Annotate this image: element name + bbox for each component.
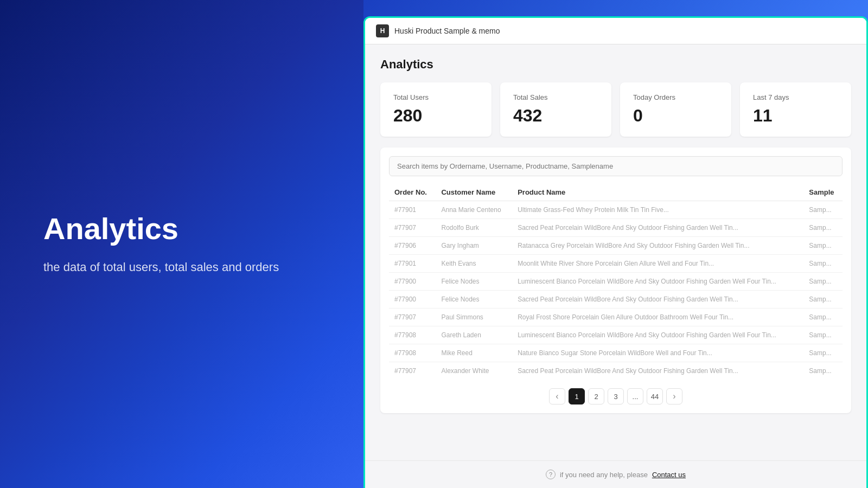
cell-customer-2: Gary Ingham bbox=[436, 237, 512, 255]
cell-product-8: Nature Bianco Sugar Stone Porcelain Wild… bbox=[512, 344, 803, 362]
cell-product-6: Royal Frost Shore Porcelain Glen Allure … bbox=[512, 309, 803, 326]
pagination: ‹ 1 2 3 ... 44 › bbox=[389, 388, 843, 404]
pagination-ellipsis: ... bbox=[627, 388, 643, 404]
cell-product-0: Ultimate Grass-Fed Whey Protein Milk Tin… bbox=[512, 201, 803, 219]
cell-product-4: Luminescent Bianco Porcelain WildBore An… bbox=[512, 273, 803, 291]
stat-value-0: 280 bbox=[393, 106, 478, 126]
stat-value-1: 432 bbox=[513, 106, 598, 126]
cell-sample-2: Samp... bbox=[803, 237, 843, 255]
table-section: Order No. Customer Name Product Name Sam… bbox=[380, 147, 851, 413]
table-row: #77908 Mike Reed Nature Bianco Sugar Sto… bbox=[389, 344, 843, 362]
col-header-customer: Customer Name bbox=[436, 184, 512, 201]
cell-customer-9: Alexander White bbox=[436, 362, 512, 380]
app-footer: ? if you need any help, please Contact u… bbox=[365, 460, 866, 488]
cell-order-4: #77900 bbox=[389, 273, 436, 291]
stat-card-today-orders: Today Orders 0 bbox=[620, 82, 731, 137]
cell-order-6: #77907 bbox=[389, 309, 436, 326]
cell-customer-8: Mike Reed bbox=[436, 344, 512, 362]
pagination-page-3[interactable]: 3 bbox=[608, 388, 624, 404]
cell-sample-9: Samp... bbox=[803, 362, 843, 380]
help-icon: ? bbox=[546, 470, 556, 479]
cell-product-7: Luminescent Bianco Porcelain WildBore An… bbox=[512, 326, 803, 344]
cell-product-1: Sacred Peat Porcelain WildBore And Sky O… bbox=[512, 219, 803, 237]
pagination-prev[interactable]: ‹ bbox=[549, 388, 565, 404]
stat-label-0: Total Users bbox=[393, 93, 478, 101]
cell-order-3: #77901 bbox=[389, 255, 436, 273]
cell-sample-4: Samp... bbox=[803, 273, 843, 291]
cell-product-2: Ratanacca Grey Porcelain WildBore And Sk… bbox=[512, 237, 803, 255]
cell-product-5: Sacred Peat Porcelain WildBore And Sky O… bbox=[512, 291, 803, 309]
stats-row: Total Users 280 Total Sales 432 Today Or… bbox=[380, 82, 851, 137]
cell-customer-0: Anna Marie Centeno bbox=[436, 201, 512, 219]
cell-customer-6: Paul Simmons bbox=[436, 309, 512, 326]
cell-product-9: Sacred Peat Porcelain WildBore And Sky O… bbox=[512, 362, 803, 380]
cell-customer-3: Keith Evans bbox=[436, 255, 512, 273]
cell-order-8: #77908 bbox=[389, 344, 436, 362]
cell-order-7: #77908 bbox=[389, 326, 436, 344]
cell-product-3: Moonlit White River Shore Porcelain Glen… bbox=[512, 255, 803, 273]
table-row: #77900 Felice Nodes Sacred Peat Porcelai… bbox=[389, 291, 843, 309]
cell-order-1: #77907 bbox=[389, 219, 436, 237]
cell-sample-0: Samp... bbox=[803, 201, 843, 219]
stat-card-total-users: Total Users 280 bbox=[380, 82, 492, 137]
cell-sample-6: Samp... bbox=[803, 309, 843, 326]
stat-label-3: Last 7 days bbox=[753, 93, 838, 101]
cell-order-0: #77901 bbox=[389, 201, 436, 219]
right-panel: H Huski Product Sample & memo Analytics … bbox=[363, 0, 868, 488]
pagination-next[interactable]: › bbox=[666, 388, 682, 404]
cell-customer-7: Gareth Laden bbox=[436, 326, 512, 344]
page-title: Analytics bbox=[380, 57, 851, 72]
cell-order-5: #77900 bbox=[389, 291, 436, 309]
left-panel: Analytics the data of total users, total… bbox=[0, 0, 363, 488]
stat-card-total-sales: Total Sales 432 bbox=[500, 82, 611, 137]
cell-order-2: #77906 bbox=[389, 237, 436, 255]
table-row: #77908 Gareth Laden Luminescent Bianco P… bbox=[389, 326, 843, 344]
cell-sample-1: Samp... bbox=[803, 219, 843, 237]
table-row: #77901 Anna Marie Centeno Ultimate Grass… bbox=[389, 201, 843, 219]
cell-sample-7: Samp... bbox=[803, 326, 843, 344]
table-row: #77907 Paul Simmons Royal Frost Shore Po… bbox=[389, 309, 843, 326]
stat-value-3: 11 bbox=[753, 106, 838, 126]
app-icon: H bbox=[376, 24, 389, 37]
title-bar: H Huski Product Sample & memo bbox=[365, 18, 866, 44]
app-icon-letter: H bbox=[380, 27, 385, 35]
footer-help-text: if you need any help, please bbox=[560, 471, 648, 479]
cell-customer-5: Felice Nodes bbox=[436, 291, 512, 309]
pagination-page-2[interactable]: 2 bbox=[588, 388, 604, 404]
cell-customer-4: Felice Nodes bbox=[436, 273, 512, 291]
cell-order-9: #77907 bbox=[389, 362, 436, 380]
col-header-sample: Sample bbox=[803, 184, 843, 201]
col-header-order: Order No. bbox=[389, 184, 436, 201]
col-header-product: Product Name bbox=[512, 184, 803, 201]
table-row: #77900 Felice Nodes Luminescent Bianco P… bbox=[389, 273, 843, 291]
stat-card-last7days: Last 7 days 11 bbox=[740, 82, 851, 137]
table-row: #77901 Keith Evans Moonlit White River S… bbox=[389, 255, 843, 273]
left-heading: Analytics bbox=[43, 212, 320, 246]
search-input[interactable] bbox=[389, 156, 843, 176]
app-title: Huski Product Sample & memo bbox=[394, 27, 500, 35]
table-row: #77906 Gary Ingham Ratanacca Grey Porcel… bbox=[389, 237, 843, 255]
orders-table: Order No. Customer Name Product Name Sam… bbox=[389, 184, 843, 380]
stat-value-2: 0 bbox=[633, 106, 718, 126]
stat-label-2: Today Orders bbox=[633, 93, 718, 101]
table-row: #77907 Alexander White Sacred Peat Porce… bbox=[389, 362, 843, 380]
cell-sample-8: Samp... bbox=[803, 344, 843, 362]
stat-label-1: Total Sales bbox=[513, 93, 598, 101]
cell-customer-1: Rodolfo Burk bbox=[436, 219, 512, 237]
contact-us-link[interactable]: Contact us bbox=[652, 471, 686, 479]
pagination-page-1[interactable]: 1 bbox=[569, 388, 585, 404]
pagination-page-44[interactable]: 44 bbox=[647, 388, 663, 404]
app-window: H Huski Product Sample & memo Analytics … bbox=[363, 16, 868, 488]
cell-sample-3: Samp... bbox=[803, 255, 843, 273]
left-description: the data of total users, total sales and… bbox=[43, 258, 320, 276]
table-row: #77907 Rodolfo Burk Sacred Peat Porcelai… bbox=[389, 219, 843, 237]
app-content: Analytics Total Users 280 Total Sales 43… bbox=[365, 44, 866, 460]
cell-sample-5: Samp... bbox=[803, 291, 843, 309]
